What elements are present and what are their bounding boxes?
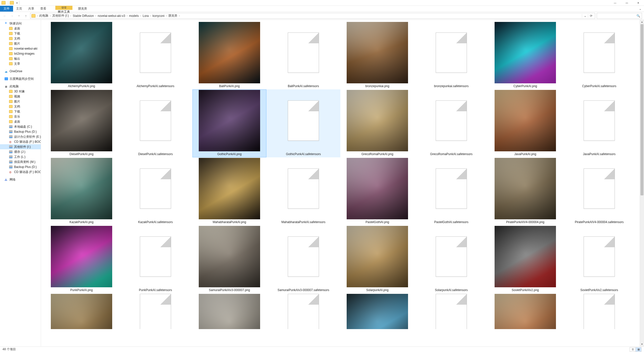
breadcrumb-segment[interactable]: novelai-webui-aki-v3› (97, 14, 128, 18)
qa-customize-chevron[interactable]: ▾ (16, 2, 18, 4)
file-item[interactable] (192, 293, 266, 331)
file-item[interactable]: SovietPunkAIv2.safetensors (562, 225, 636, 293)
file-item[interactable]: CyberPunkAI.safetensors (562, 21, 636, 89)
file-item[interactable] (266, 293, 340, 331)
sidebar-item[interactable]: 工作 (L:) (0, 154, 41, 159)
file-item[interactable]: MahabharataPunkAI.png (192, 157, 266, 225)
file-item[interactable]: AlchemyPunkAI.png (45, 21, 118, 89)
file-item[interactable]: JavaPunkAI.png (488, 89, 562, 157)
ribbon-tab-home[interactable]: 主页 (13, 6, 25, 12)
file-item[interactable]: GrecoRomaPunkAI.safetensors (414, 89, 488, 157)
file-item[interactable]: SamuraiPunkAIv3-000007.safetensors (266, 225, 340, 293)
sidebar-item[interactable]: 图片 (0, 41, 41, 46)
file-item[interactable]: JavaPunkAI.safetensors (562, 89, 636, 157)
scroll-down-button[interactable]: ▼ (640, 342, 644, 346)
breadcrumb-segment[interactable]: konyconi› (151, 14, 167, 18)
ribbon-expand-button[interactable]: ⌄ (636, 6, 644, 12)
file-item[interactable]: SolarpunkAI.png (340, 225, 414, 293)
file-grid[interactable]: AlchemyPunkAI.pngAlchemyPunkAI.safetenso… (41, 20, 640, 346)
breadcrumb-segment[interactable]: Lora› (142, 14, 151, 18)
nav-forward-button[interactable]: → (9, 13, 15, 19)
file-item[interactable] (45, 293, 118, 331)
sidebar-baidu[interactable]: 百度网盘同步空间 (0, 76, 41, 81)
file-item[interactable]: KazakPunkAI.safetensors (118, 157, 192, 225)
file-item[interactable] (118, 293, 192, 331)
file-item[interactable]: GrecoRomaPunkAI.png (340, 89, 414, 157)
sidebar-item[interactable]: txt2img-images (0, 51, 41, 56)
scroll-up-button[interactable]: ▲ (640, 20, 644, 24)
file-item[interactable]: PastelGothAI.png (340, 157, 414, 225)
file-item[interactable]: KazakPunkAI.png (45, 157, 118, 225)
file-item[interactable]: AlchemyPunkAI.safetensors (118, 21, 192, 89)
breadcrumb-segment[interactable]: models› (128, 14, 142, 18)
qa-open-icon[interactable] (10, 1, 14, 5)
file-item[interactable] (562, 293, 636, 331)
file-item[interactable]: PiratePunkAIV4-000004.png (488, 157, 562, 225)
sidebar-network[interactable]: 网络 (0, 177, 41, 182)
vertical-scrollbar[interactable]: ▲ ▼ (640, 20, 644, 346)
file-item[interactable]: GothicPunkAI.safetensors (266, 89, 340, 157)
file-item[interactable]: DieselPunkAI.safetensors (118, 89, 192, 157)
sidebar-item[interactable]: 设计办公类软件 (E:) (0, 134, 41, 139)
sidebar-item[interactable]: 音乐 (0, 114, 41, 119)
address-bar[interactable]: › 此电脑›其他软件 (I:)›Stable Diffusion›novelai… (30, 13, 595, 19)
sidebar-item[interactable]: Backup Plus (D:) (0, 129, 41, 134)
nav-up-button[interactable]: ↑ (23, 13, 29, 19)
sidebar-item[interactable]: 下载 (0, 31, 41, 36)
sidebar-item[interactable]: 文章 (0, 61, 41, 66)
file-item[interactable]: CyberPunkAI.png (488, 21, 562, 89)
view-details-button[interactable]: ☰ (630, 347, 636, 352)
file-item[interactable]: MahabharataPunkAI.safetensors (266, 157, 340, 225)
sidebar-item[interactable]: 3D 对象 (0, 89, 41, 94)
file-item[interactable]: bronzepunkai.png (340, 21, 414, 89)
breadcrumb-segment[interactable]: 此电脑› (38, 14, 51, 18)
file-item[interactable] (488, 293, 562, 331)
nav-back-button[interactable]: ← (2, 13, 8, 19)
ribbon-file-button[interactable]: 文件 (0, 6, 13, 12)
file-item[interactable]: BaliPunkAI.safetensors (266, 21, 340, 89)
view-icons-button[interactable]: ▦ (635, 347, 641, 352)
sidebar-item[interactable]: CD 驱动器 (F:) BOC (0, 139, 41, 144)
file-item[interactable]: PastelGothAI.safetensors (414, 157, 488, 225)
sidebar[interactable]: 快速访问 桌面下载文档图片novelai-webui-akitxt2img-im… (0, 20, 41, 346)
refresh-button[interactable]: ⟳ (588, 14, 594, 18)
sidebar-item[interactable]: 桌面 (0, 26, 41, 31)
maximize-button[interactable]: ▭ (621, 0, 632, 6)
sidebar-item[interactable]: Backup Plus (D:) (0, 164, 41, 169)
sidebar-item[interactable]: 文档 (0, 104, 41, 109)
scroll-thumb[interactable] (640, 24, 643, 195)
file-item[interactable]: PiratePunkAIV4-000004.safetensors (562, 157, 636, 225)
address-root-chevron[interactable]: › (36, 14, 38, 17)
file-item[interactable]: SamuraiPunkAIv3-000007.png (192, 225, 266, 293)
sidebar-quick-access[interactable]: 快速访问 (0, 21, 41, 26)
sidebar-item[interactable]: 供应商资料 (M:) (0, 159, 41, 164)
breadcrumb-segment[interactable]: 其他软件 (I:)› (51, 14, 72, 18)
ribbon-tab-share[interactable]: 共享 (25, 6, 37, 12)
file-item[interactable]: bronzepunkai.safetensors (414, 21, 488, 89)
address-history-chevron[interactable]: ⌄ (582, 14, 588, 18)
nav-recent-chevron[interactable]: ▾ (16, 13, 22, 19)
breadcrumb-segment[interactable]: 朋克类› (167, 14, 180, 18)
file-item[interactable]: PunkPunkAI.safetensors (118, 225, 192, 293)
file-item[interactable] (414, 293, 488, 331)
sidebar-onedrive[interactable]: OneDrive (0, 69, 41, 74)
sidebar-item[interactable]: CD 驱动器 (F:) BOC (0, 169, 41, 174)
sidebar-item[interactable]: 视频 (0, 94, 41, 99)
search-input[interactable]: 🔍 (597, 13, 642, 19)
breadcrumb-segment[interactable]: Stable Diffusion› (72, 14, 97, 18)
sidebar-item[interactable]: 下载 (0, 109, 41, 114)
sidebar-item[interactable]: 输出 (0, 56, 41, 61)
sidebar-item[interactable]: 图片 (0, 99, 41, 104)
file-item[interactable]: PunkPunkAI.png (45, 225, 118, 293)
sidebar-this-pc[interactable]: 此电脑 (0, 84, 41, 89)
sidebar-item[interactable]: novelai-webui-aki (0, 46, 41, 51)
file-item[interactable]: DieselPunkAI.png (45, 89, 118, 157)
close-button[interactable]: ✕ (632, 0, 644, 6)
file-item[interactable]: BaliPunkAI.png (192, 21, 266, 89)
file-item[interactable] (340, 293, 414, 331)
sidebar-item[interactable]: 缓存 (J:) (0, 149, 41, 154)
sidebar-item[interactable]: 文档 (0, 36, 41, 41)
file-item[interactable]: GothicPunkAI.png (192, 89, 266, 157)
sidebar-item[interactable]: 本地磁盘 (C:) (0, 124, 41, 129)
minimize-button[interactable]: ― (609, 0, 621, 6)
